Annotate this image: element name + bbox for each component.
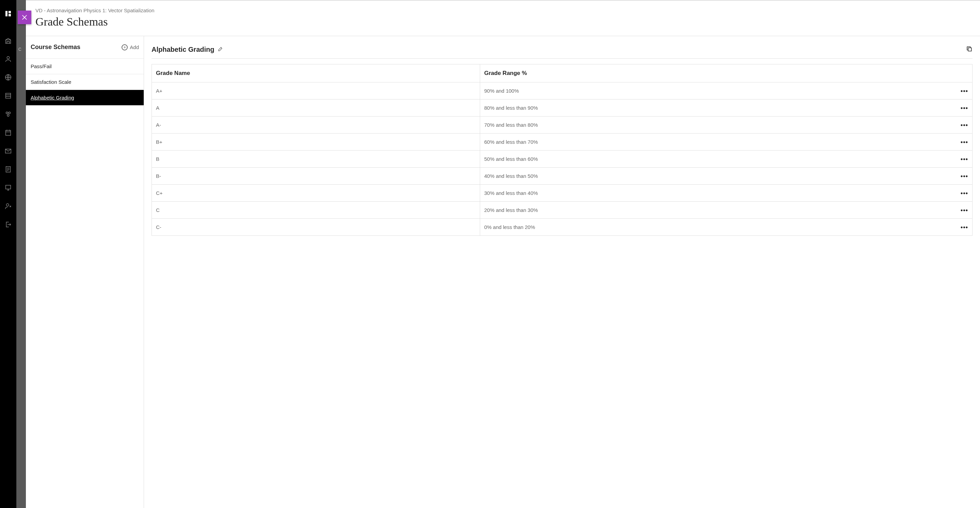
svg-rect-1 <box>8 11 11 13</box>
row-menu-button[interactable]: ••• <box>961 172 968 180</box>
nav-activity-icon[interactable] <box>0 68 16 86</box>
svg-point-9 <box>8 112 10 114</box>
nav-tools-icon[interactable] <box>0 178 16 197</box>
edit-title-button[interactable] <box>218 46 223 54</box>
row-menu-button[interactable]: ••• <box>961 155 968 162</box>
svg-rect-5 <box>6 93 11 99</box>
nav-calendar-icon[interactable] <box>0 123 16 142</box>
schema-list: Pass/FailSatisfaction ScaleAlphabetic Gr… <box>26 58 144 105</box>
table-row: C20% and less than 30%••• <box>152 202 972 219</box>
grade-range-cell: 70% and less than 80%••• <box>480 116 972 134</box>
nav-courses-icon[interactable] <box>0 86 16 105</box>
grade-range-cell: 30% and less than 40%••• <box>480 185 972 202</box>
svg-rect-24 <box>968 48 972 51</box>
grade-range-cell: 90% and 100%••• <box>480 83 972 99</box>
nav-grades-icon[interactable] <box>0 160 16 178</box>
svg-rect-2 <box>8 14 11 16</box>
add-label: Add <box>130 44 139 50</box>
nav-profile-icon[interactable] <box>0 50 16 68</box>
svg-point-8 <box>6 112 8 114</box>
grade-range-cell: 20% and less than 30%••• <box>480 202 972 219</box>
grade-name-cell: C- <box>152 219 480 236</box>
table-row: B+60% and less than 70%••• <box>152 134 972 151</box>
row-menu-button[interactable]: ••• <box>961 139 968 145</box>
schema-item[interactable]: Alphabetic Grading <box>26 90 144 105</box>
grade-range-cell: 60% and less than 70%••• <box>480 134 972 151</box>
grade-name-cell: B+ <box>152 134 480 151</box>
nav-signout-icon[interactable] <box>0 215 16 234</box>
table-row: A-70% and less than 80%••• <box>152 116 972 134</box>
grade-range-cell: 0% and less than 20%••• <box>480 219 972 236</box>
plus-icon: + <box>122 44 128 51</box>
nav-messages-icon[interactable] <box>0 142 16 160</box>
nav-organizations-icon[interactable] <box>0 105 16 123</box>
grade-name-cell: A <box>152 99 480 116</box>
row-menu-button[interactable]: ••• <box>961 223 968 231</box>
table-row: A+90% and 100%••• <box>152 83 972 99</box>
row-menu-button[interactable]: ••• <box>961 207 968 213</box>
background-column: C <box>16 0 26 508</box>
close-button[interactable] <box>18 11 31 24</box>
page-title: Grade Schemas <box>35 15 970 28</box>
table-row: C+30% and less than 40%••• <box>152 185 972 202</box>
add-schema-button[interactable]: + Add <box>122 44 139 51</box>
col-header-range: Grade Range % <box>480 64 972 83</box>
row-menu-button[interactable]: ••• <box>961 104 968 111</box>
grade-range-cell: 50% and less than 60%••• <box>480 151 972 168</box>
grade-name-cell: A- <box>152 116 480 134</box>
grade-name-cell: C <box>152 202 480 219</box>
svg-point-10 <box>7 115 9 116</box>
svg-rect-11 <box>6 131 11 135</box>
grade-name-cell: A+ <box>152 83 480 99</box>
row-menu-button[interactable]: ••• <box>961 190 968 197</box>
grade-name-cell: B- <box>152 168 480 185</box>
schema-item[interactable]: Satisfaction Scale <box>26 74 144 90</box>
grade-name-cell: C+ <box>152 185 480 202</box>
table-row: A80% and less than 90%••• <box>152 99 972 116</box>
row-menu-button[interactable]: ••• <box>961 87 968 94</box>
grade-range-cell: 80% and less than 90%••• <box>480 99 972 116</box>
svg-point-21 <box>6 204 9 206</box>
svg-rect-20 <box>6 185 11 189</box>
schema-detail: Alphabetic Grading Grade Name Grade Rang… <box>144 36 980 508</box>
table-row: C-0% and less than 20%••• <box>152 219 972 236</box>
nav-institution-icon[interactable] <box>0 31 16 50</box>
col-header-name: Grade Name <box>152 64 480 83</box>
breadcrumb: VD - Astronavigation Physics 1: Vector S… <box>35 8 970 13</box>
table-row: B50% and less than 60%••• <box>152 151 972 168</box>
grade-schemas-panel: VD - Astronavigation Physics 1: Vector S… <box>26 0 980 508</box>
grades-table: Grade Name Grade Range % A+90% and 100%•… <box>151 64 972 236</box>
svg-rect-0 <box>5 11 8 16</box>
copy-schema-button[interactable] <box>966 46 972 54</box>
nav-admin-icon[interactable] <box>0 197 16 215</box>
row-menu-button[interactable]: ••• <box>961 121 968 129</box>
schema-item[interactable]: Pass/Fail <box>26 58 144 74</box>
grade-name-cell: B <box>152 151 480 168</box>
svg-point-3 <box>7 57 9 59</box>
panel-header: VD - Astronavigation Physics 1: Vector S… <box>26 1 980 36</box>
grade-range-cell: 40% and less than 50%••• <box>480 168 972 185</box>
table-row: B-40% and less than 50%••• <box>152 168 972 185</box>
sidebar-title: Course Schemas <box>31 44 80 51</box>
main-nav-strip <box>0 0 16 508</box>
schema-detail-title: Alphabetic Grading <box>151 46 214 54</box>
app-logo <box>4 10 12 18</box>
schema-sidebar: Course Schemas + Add Pass/FailSatisfacti… <box>26 36 144 508</box>
